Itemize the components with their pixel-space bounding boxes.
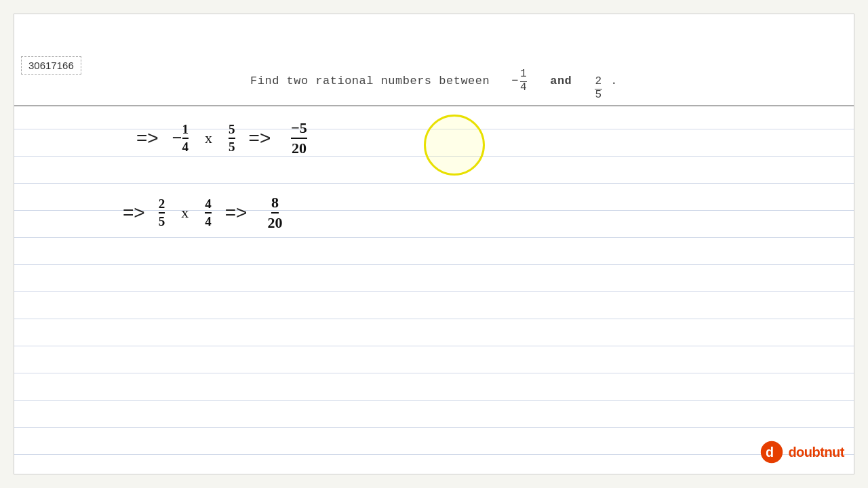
row2-arrow2: =>	[225, 202, 248, 224]
row1-neg-frac: − 1 4	[172, 122, 189, 155]
row2-result: 8 20	[267, 194, 282, 232]
q-frac2-den: 5	[595, 89, 601, 102]
math-row-1: => − 1 4 x 5 5 => −5 20	[136, 119, 307, 158]
row2-frac2-den: 4	[205, 214, 212, 229]
doubtnut-logo: d doubtnut	[760, 440, 844, 464]
question-prefix: Find two rational numbers between	[250, 75, 490, 87]
row2-result-num: 8	[271, 194, 279, 214]
row1-arrow2: =>	[249, 127, 271, 149]
row1-arrow1: =>	[136, 127, 159, 149]
row2-frac1: 2 5	[159, 197, 165, 229]
q-frac1-den: 4	[520, 82, 527, 94]
question-frac2-fraction: 2 5	[595, 76, 601, 101]
row1-frac1-num: 1	[182, 122, 189, 139]
row1-result-den: 20	[292, 139, 307, 157]
separator-line	[14, 106, 854, 106]
question-end: .	[610, 75, 618, 87]
svg-text:d: d	[766, 445, 774, 460]
row1-result-frac: −5 20	[291, 119, 307, 158]
row1-frac2-num: 5	[229, 122, 235, 139]
row1-frac2-den: 5	[229, 139, 235, 155]
row1-frac1-den: 4	[182, 139, 189, 155]
doubtnut-brand-text: doubtnut	[788, 445, 844, 460]
row1-frac2: 5 5	[229, 122, 235, 155]
question-connector: and	[550, 75, 572, 87]
row1-result: −5 20	[291, 119, 307, 158]
row1-neg-sign: −	[172, 128, 182, 148]
row1-mult: x	[205, 129, 212, 147]
row2-frac1-num: 2	[159, 197, 165, 214]
question-text: Find two rational numbers between − 1 4 …	[14, 68, 854, 101]
q-frac2-num: 2	[595, 76, 601, 89]
main-container: 30617166 Find two rational numbers betwe…	[14, 14, 854, 474]
question-frac2: 2 5	[593, 76, 603, 101]
row2-frac2-num: 4	[205, 197, 212, 214]
header-area: 30617166 Find two rational numbers betwe…	[14, 14, 854, 106]
q-frac1-num: 1	[520, 68, 527, 82]
question-frac1: − 1 4	[511, 68, 528, 94]
row2-mult: x	[181, 204, 189, 222]
row1-result-num: −5	[291, 119, 307, 139]
row2-frac1-den: 5	[159, 214, 165, 229]
row2-frac2: 4 4	[205, 197, 212, 229]
question-frac1-fraction: 1 4	[520, 68, 527, 94]
row1-frac1: 1 4	[182, 122, 189, 155]
doubtnut-icon: d	[760, 440, 784, 464]
row2-result-den: 20	[267, 214, 282, 232]
row2-result-frac: 8 20	[267, 194, 282, 232]
row2-arrow1: =>	[123, 202, 145, 224]
math-row-2: => 2 5 x 4 4 => 8 20	[123, 194, 282, 232]
